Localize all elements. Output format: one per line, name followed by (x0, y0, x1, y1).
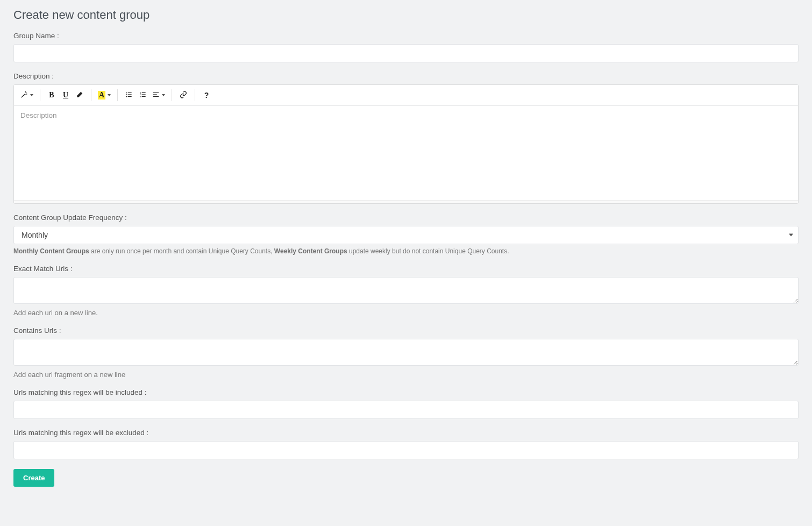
regex-include-group: Urls matching this regex will be include… (13, 388, 799, 419)
svg-rect-15 (153, 92, 159, 93)
frequency-label: Content Group Update Frequency : (13, 214, 799, 222)
editor-resize-handle[interactable] (14, 200, 798, 203)
list-ul-icon (125, 91, 133, 100)
chevron-down-icon (30, 94, 33, 96)
regex-include-label: Urls matching this regex will be include… (13, 388, 799, 396)
exact-match-input[interactable] (13, 277, 799, 304)
magic-wand-icon (20, 91, 28, 100)
rich-text-editor: B U A (13, 84, 799, 204)
frequency-group: Content Group Update Frequency : Monthly… (13, 214, 799, 255)
help-button[interactable]: ? (200, 88, 213, 102)
contains-urls-help: Add each url fragment on a new line (13, 371, 799, 379)
frequency-select[interactable]: Monthly (13, 226, 799, 244)
svg-rect-16 (153, 94, 157, 95)
svg-rect-10 (142, 92, 146, 93)
align-icon (152, 91, 160, 100)
help-icon: ? (204, 91, 209, 99)
exact-match-help: Add each url on a new line. (13, 309, 799, 317)
toolbar-divider (40, 89, 40, 101)
contains-urls-label: Contains Urls : (13, 326, 799, 335)
description-group: Description : B U (13, 72, 799, 204)
svg-point-0 (26, 93, 26, 93)
toolbar-divider (195, 89, 195, 101)
contains-urls-group: Contains Urls : Add each url fragment on… (13, 326, 799, 379)
description-input[interactable]: Description (14, 106, 798, 200)
underline-button[interactable]: U (59, 88, 73, 102)
svg-point-1 (26, 94, 27, 94)
svg-rect-8 (128, 96, 132, 96)
svg-rect-17 (153, 96, 159, 96)
bold-button[interactable]: B (45, 88, 59, 102)
exact-match-label: Exact Match Urls : (13, 265, 799, 273)
exact-match-group: Exact Match Urls : Add each url on a new… (13, 265, 799, 317)
svg-text:3: 3 (140, 95, 141, 97)
editor-toolbar: B U A (14, 85, 798, 106)
page-title: Create new content group (13, 8, 799, 22)
link-icon (180, 91, 187, 100)
svg-point-2 (25, 91, 26, 92)
ordered-list-button[interactable]: 123 (136, 88, 150, 102)
regex-exclude-input[interactable] (13, 441, 799, 459)
list-ol-icon: 123 (139, 91, 147, 100)
regex-exclude-label: Urls matching this regex will be exclude… (13, 429, 799, 437)
group-name-group: Group Name : (13, 32, 799, 62)
group-name-input[interactable] (13, 44, 799, 62)
toolbar-divider (172, 89, 172, 101)
paragraph-button[interactable] (150, 88, 167, 102)
bold-icon: B (49, 91, 54, 99)
svg-point-7 (126, 96, 127, 97)
eraser-icon (76, 91, 83, 100)
magic-wand-button[interactable] (18, 88, 35, 102)
toolbar-divider (91, 89, 91, 101)
toolbar-divider (117, 89, 118, 101)
create-button[interactable]: Create (13, 469, 54, 487)
font-color-button[interactable]: A (96, 88, 113, 102)
chevron-down-icon (108, 94, 111, 96)
group-name-label: Group Name : (13, 32, 799, 40)
chevron-down-icon (162, 94, 165, 96)
svg-rect-14 (142, 96, 146, 96)
svg-point-5 (126, 94, 127, 95)
frequency-help: Monthly Content Groups are only run once… (13, 247, 799, 255)
description-label: Description : (13, 72, 799, 80)
regex-include-input[interactable] (13, 401, 799, 419)
link-button[interactable] (176, 88, 190, 102)
svg-point-3 (126, 92, 127, 93)
svg-rect-4 (128, 92, 132, 93)
regex-exclude-group: Urls matching this regex will be exclude… (13, 429, 799, 459)
unordered-list-button[interactable] (122, 88, 136, 102)
svg-rect-12 (142, 94, 146, 95)
font-color-icon: A (98, 91, 105, 99)
contains-urls-input[interactable] (13, 339, 799, 366)
underline-icon: U (63, 91, 68, 99)
svg-rect-6 (128, 94, 132, 95)
erase-button[interactable] (73, 88, 87, 102)
